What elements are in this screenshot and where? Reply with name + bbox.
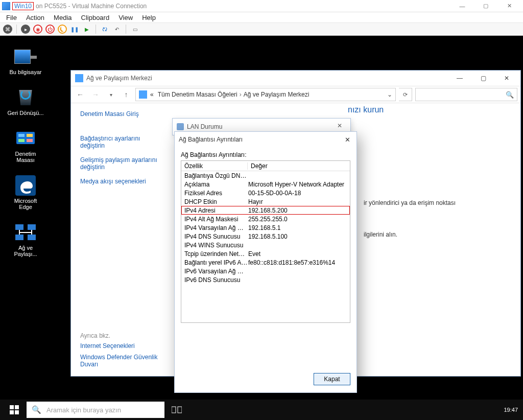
desktop-icon-label: Microsoft bbox=[5, 198, 46, 204]
nav-advanced-sharing[interactable]: Gelişmiş paylaşım ayarlarını bbox=[80, 156, 164, 164]
svg-rect-13 bbox=[15, 410, 19, 414]
vm-name: Win10 bbox=[12, 2, 34, 10]
dialog-titlebar[interactable]: Ağ Bağlantısı Ayrıntıları ✕ bbox=[175, 132, 356, 147]
menu-view[interactable]: View bbox=[118, 14, 133, 21]
table-row[interactable]: IPv4 Adresi192.168.5.200 bbox=[181, 206, 350, 215]
breadcrumb-item[interactable]: Ağ ve Paylaşım Merkezi bbox=[244, 91, 310, 98]
table-row[interactable]: IPv4 Varsayılan Ağ Geçidi192.168.5.1 bbox=[181, 223, 350, 232]
table-row[interactable]: IPv4 WINS Sunucusu bbox=[181, 241, 350, 249]
svg-rect-2 bbox=[27, 134, 33, 137]
address-bar-row: ← → ▾ ↑ « Tüm Denetim Masası Öğeleri › A… bbox=[71, 86, 520, 103]
property-cell: IPv4 Alt Ağ Maskesi bbox=[184, 216, 248, 223]
table-row[interactable]: DHCP EtkinHayır bbox=[181, 197, 350, 206]
table-row[interactable]: Bağlantı yerel IPv6 Adresife80::c818:d18… bbox=[181, 258, 350, 267]
toolbar-separator bbox=[96, 25, 96, 34]
table-row[interactable]: Tcpip üzerinden NetBIO...Evet bbox=[181, 249, 350, 258]
property-cell: Tcpip üzerinden NetBIO... bbox=[184, 250, 248, 258]
dialog-body: Ağ Bağlantısı Ayrıntıları: Özellik Değer… bbox=[175, 147, 356, 366]
table-row[interactable]: IPv4 Alt Ağ Maskesi255.255.255.0 bbox=[181, 215, 350, 223]
menu-file[interactable]: File bbox=[6, 14, 17, 21]
breadcrumb-item[interactable]: Tüm Denetim Masası Öğeleri bbox=[158, 91, 237, 98]
dialog-title: Ağ Bağlantısı Ayrıntıları bbox=[179, 136, 243, 143]
svg-rect-4 bbox=[27, 139, 33, 142]
desktop-icon-edge[interactable]: Microsoft Edge bbox=[5, 175, 46, 210]
checkpoint-button[interactable]: 🗘 bbox=[100, 25, 109, 34]
close-button[interactable]: ✕ bbox=[497, 0, 521, 12]
chevron-down-icon[interactable]: ⌄ bbox=[387, 91, 392, 98]
property-cell: IPv6 Varsayılan Ağ Geçidi bbox=[184, 268, 248, 275]
svg-rect-0 bbox=[16, 132, 35, 144]
table-row[interactable]: IPv6 Varsayılan Ağ Geçidi bbox=[181, 267, 350, 275]
table-row[interactable]: Bağlantıya Özgü DNS S... bbox=[181, 171, 350, 180]
menu-clipboard[interactable]: Clipboard bbox=[81, 14, 110, 21]
minimize-button[interactable]: — bbox=[448, 71, 471, 86]
recent-button[interactable]: ▾ bbox=[105, 88, 117, 101]
shutdown-button[interactable]: ⏻ bbox=[45, 25, 55, 34]
start-button[interactable]: ▸ bbox=[21, 25, 30, 34]
window-icon bbox=[75, 74, 83, 82]
back-button[interactable]: ← bbox=[74, 88, 86, 101]
table-row[interactable]: AçıklamaMicrosoft Hyper-V Network Adapte… bbox=[181, 180, 350, 189]
column-property[interactable]: Özellik bbox=[181, 162, 248, 170]
property-cell: IPv4 Varsayılan Ağ Geçidi bbox=[184, 224, 248, 231]
desktop-icon-computer[interactable]: Bu bilgisayar bbox=[5, 46, 46, 75]
refresh-button[interactable]: ⟳ bbox=[399, 88, 412, 101]
forward-button[interactable]: → bbox=[89, 88, 102, 101]
hint-text: ilgilerini alın. bbox=[364, 231, 512, 238]
search-icon: 🔍 bbox=[32, 405, 41, 414]
menu-media[interactable]: Media bbox=[54, 14, 72, 21]
details-label: Ağ Bağlantısı Ayrıntıları: bbox=[181, 151, 350, 158]
window-titlebar[interactable]: Ağ ve Paylaşım Merkezi — ▢ ✕ bbox=[71, 71, 520, 86]
task-view-button[interactable] bbox=[164, 400, 189, 420]
svg-rect-8 bbox=[15, 235, 23, 240]
start-button[interactable] bbox=[2, 400, 27, 420]
close-button[interactable]: ✕ bbox=[495, 71, 518, 86]
toolbar-separator bbox=[126, 25, 126, 34]
nav-advanced-sharing[interactable]: değiştirin bbox=[80, 164, 164, 171]
svg-rect-9 bbox=[28, 235, 36, 240]
value-cell: fe80::c818:d181:8e57:e316%14 bbox=[248, 259, 347, 266]
vm-icon bbox=[2, 2, 10, 10]
hv-toolbar: ⌘ ▸ ◉ ⏻ ⏾ ❚❚ ▶ 🗘 ↶ ▭ bbox=[0, 22, 523, 36]
address-bar[interactable]: « Tüm Denetim Masası Öğeleri › Ağ ve Pay… bbox=[135, 88, 396, 101]
reset-button[interactable]: ▶ bbox=[82, 25, 91, 34]
table-row[interactable]: Fiziksel Adres00-15-5D-00-0A-18 bbox=[181, 189, 350, 197]
maximize-button[interactable]: ▢ bbox=[474, 0, 497, 12]
up-button[interactable]: ↑ bbox=[120, 88, 132, 101]
revert-button[interactable]: ↶ bbox=[112, 25, 122, 34]
desktop-icon-recycle[interactable]: Geri Dönüşü... bbox=[5, 87, 46, 116]
value-cell: Microsoft Hyper-V Network Adapter bbox=[248, 181, 347, 188]
windows-logo-icon bbox=[10, 405, 19, 414]
nav-adapter-settings[interactable]: Bağdaştırıcı ayarlarını değiştirin bbox=[80, 135, 164, 149]
close-icon[interactable]: ✕ bbox=[337, 122, 346, 131]
property-cell: DHCP Etkin bbox=[184, 198, 248, 205]
svg-rect-14 bbox=[172, 407, 176, 413]
save-button[interactable]: ⏾ bbox=[58, 25, 67, 34]
taskbar-clock[interactable]: 19:47 bbox=[501, 407, 521, 413]
enhanced-session-button[interactable]: ▭ bbox=[130, 25, 139, 34]
menu-help[interactable]: Help bbox=[142, 14, 156, 21]
minimize-button[interactable]: — bbox=[450, 0, 474, 12]
search-input[interactable]: 🔍 bbox=[415, 88, 517, 101]
nav-media-streaming[interactable]: Medya akışı seçenekleri bbox=[80, 178, 164, 185]
menu-action[interactable]: Action bbox=[26, 14, 44, 21]
breadcrumb-prefix: « bbox=[150, 91, 154, 98]
maximize-button[interactable]: ▢ bbox=[471, 71, 495, 86]
pause-button[interactable]: ❚❚ bbox=[70, 25, 79, 34]
table-row[interactable]: IPv4 DNS Sunucusu192.168.5.100 bbox=[181, 232, 350, 241]
close-button[interactable]: Kapat bbox=[314, 373, 350, 385]
svg-rect-11 bbox=[15, 405, 19, 409]
desktop-icon-control-panel[interactable]: Denetim Masası bbox=[5, 128, 46, 163]
desktop-icon-network-sharing[interactable]: Ağ ve Paylaşı... bbox=[5, 222, 46, 257]
task-view-icon bbox=[172, 406, 182, 414]
desktop-icon-label: Paylaşı... bbox=[5, 251, 46, 257]
column-value[interactable]: Değer bbox=[248, 162, 350, 170]
turnoff-button[interactable]: ◉ bbox=[33, 25, 42, 34]
search-icon: 🔍 bbox=[506, 91, 514, 99]
table-row[interactable]: IPv6 DNS Sunucusu bbox=[181, 275, 350, 284]
nav-cp-home[interactable]: Denetim Masası Giriş bbox=[80, 110, 164, 118]
heading-fragment: nızı kurun bbox=[348, 105, 384, 114]
taskbar-search[interactable]: 🔍 Aramak için buraya yazın bbox=[27, 402, 164, 418]
ctrlaltdel-button[interactable]: ⌘ bbox=[3, 25, 12, 34]
close-button[interactable]: ✕ bbox=[342, 134, 352, 145]
